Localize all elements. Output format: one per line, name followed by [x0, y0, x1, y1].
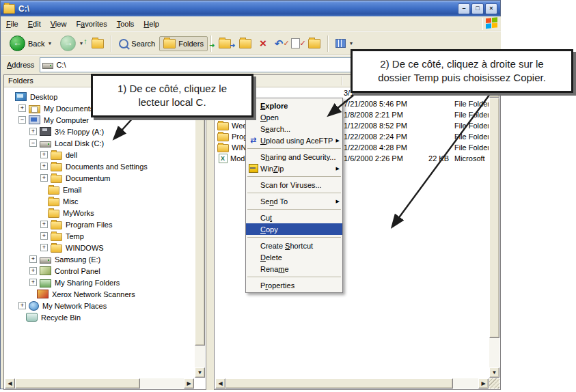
search-button[interactable]: Search	[115, 36, 159, 51]
tree-item-xerox-network-scanners[interactable]: Xerox Network Scanners	[5, 288, 194, 300]
menu-separator	[247, 237, 341, 238]
list-horizontal-scrollbar[interactable]: ◀ ▶	[215, 378, 489, 389]
expand-icon[interactable]: +	[29, 267, 37, 275]
tree-item-program-files[interactable]: +Program Files	[5, 219, 194, 230]
context-item-explore[interactable]: Explore	[246, 100, 342, 111]
tree-item-my-sharing-folders[interactable]: +My Sharing Folders	[5, 277, 194, 288]
menu-file[interactable]: File	[1, 17, 23, 31]
context-item-scan-for-viruses[interactable]: Scan for Viruses...	[246, 179, 342, 191]
views-dropdown-icon[interactable]: ▼	[348, 41, 353, 46]
menu-tools[interactable]: Tools	[112, 17, 139, 31]
scroll-down-icon[interactable]: ▼	[489, 367, 499, 378]
list-hscrollbar-thumb[interactable]	[225, 378, 453, 389]
list-scrollbar-thumb[interactable]	[489, 98, 499, 338]
column-divider[interactable]	[342, 76, 343, 85]
up-button[interactable]: ↑	[87, 36, 108, 51]
scroll-right-icon[interactable]: ▶	[184, 378, 194, 389]
tree-item-email[interactable]: Email	[5, 184, 194, 195]
tree-item-samsung-e[interactable]: +Samsung (E:)	[5, 253, 194, 265]
winzip-icon	[249, 164, 258, 173]
context-item-send-to[interactable]: Send To▶	[246, 195, 342, 207]
expand-icon[interactable]: +	[29, 279, 37, 286]
context-item-delete[interactable]: Delete	[246, 251, 342, 263]
views-button[interactable]: ▼	[331, 36, 357, 51]
submenu-arrow-icon: ▶	[336, 138, 340, 143]
tree-item-dell[interactable]: +dell	[5, 149, 194, 160]
context-item-cut[interactable]: Cut	[246, 212, 342, 223]
resize-grip[interactable]	[489, 378, 499, 389]
tree-item-temp[interactable]: +Temp	[5, 230, 194, 242]
menu-view[interactable]: View	[46, 17, 72, 31]
copy-to-button[interactable]: ➜	[235, 36, 256, 51]
expand-icon[interactable]: +	[18, 104, 26, 112]
pane-divider[interactable]	[206, 74, 214, 390]
delete-x-icon: ×	[260, 39, 266, 48]
tree-item-local-disk-c[interactable]: −Local Disk (C:)	[5, 137, 194, 149]
collapse-icon[interactable]: −	[18, 116, 26, 124]
context-item-create-shortcut[interactable]: Create Shortcut	[246, 240, 342, 251]
tree-item-control-panel[interactable]: +Control Panel	[5, 265, 194, 277]
folders-button[interactable]: Folders	[159, 36, 208, 51]
tree-item-3-floppy-a[interactable]: +3½ Floppy (A:)	[5, 126, 194, 137]
scroll-left-icon[interactable]: ◀	[5, 378, 15, 389]
context-item-search[interactable]: Search...	[246, 123, 342, 135]
tree-item-label: 3½ Floppy (A:)	[55, 128, 104, 136]
context-item-upload-using-aceftp[interactable]: ⇄Upload using AceFTP▶	[246, 135, 342, 146]
maximize-button[interactable]: □	[471, 3, 484, 14]
tree-item-documents-and-settings[interactable]: +Documents and Settings	[5, 160, 194, 172]
forward-dropdown-icon[interactable]: ▼	[79, 41, 83, 46]
tree-item-windows[interactable]: +WINDOWS	[5, 242, 194, 253]
title-bar[interactable]: C:\ – □ ×	[1, 1, 500, 16]
tree-hscrollbar-thumb[interactable]	[15, 378, 140, 389]
back-button[interactable]: ← Back ▼	[5, 33, 56, 54]
menu-edit[interactable]: Edit	[23, 17, 46, 31]
file-date: 1/6/2000 2:26 PM	[344, 154, 417, 163]
tree-item-recycle-bin[interactable]: Recycle Bin	[5, 311, 194, 323]
submenu-arrow-icon: ▶	[336, 199, 340, 204]
expand-icon[interactable]: +	[18, 302, 26, 309]
expand-icon[interactable]: +	[40, 244, 48, 251]
check-icon: ✓	[283, 39, 289, 48]
tree-item-my-network-places[interactable]: +My Network Places	[5, 300, 194, 311]
context-item-open[interactable]: Open	[246, 111, 342, 123]
scroll-right-icon[interactable]: ▶	[478, 378, 489, 389]
context-item-sharing-and-security[interactable]: Sharing and Security...	[246, 151, 342, 163]
context-item-winzip[interactable]: WinZip▶	[246, 163, 342, 174]
verify-folder-button[interactable]: ✓	[304, 36, 325, 51]
context-item-rename[interactable]: Rename	[246, 263, 342, 275]
collapse-icon[interactable]: −	[29, 139, 37, 147]
folders-icon	[163, 39, 176, 48]
tree-vertical-scrollbar[interactable]: ▲ ▼	[195, 87, 205, 378]
tree-item-myworks[interactable]: MyWorks	[5, 207, 194, 219]
expand-icon[interactable]: +	[29, 128, 37, 135]
tree-item-documentum[interactable]: +Documentum	[5, 172, 194, 184]
expand-icon[interactable]: +	[40, 163, 48, 170]
tree-item-label: Temp	[66, 232, 84, 240]
views-grid-icon	[335, 39, 346, 48]
back-dropdown-icon[interactable]: ▼	[47, 41, 52, 46]
expand-icon[interactable]: +	[40, 221, 48, 228]
tree-scrollbar-thumb[interactable]	[195, 98, 205, 346]
expand-icon[interactable]: +	[40, 151, 48, 158]
scroll-left-icon[interactable]: ◀	[215, 378, 225, 389]
network-places-icon	[29, 301, 39, 311]
file-type: File Folder	[454, 132, 489, 141]
expand-icon[interactable]: +	[40, 174, 48, 182]
expand-icon[interactable]: +	[40, 232, 48, 240]
minimize-button[interactable]: –	[458, 3, 470, 14]
context-item-copy[interactable]: Copy	[246, 223, 342, 235]
recycle-bin-icon	[26, 313, 38, 322]
menu-help[interactable]: Help	[139, 17, 164, 31]
close-button[interactable]: ×	[485, 3, 497, 14]
scroll-down-icon[interactable]: ▼	[195, 367, 205, 378]
folder-icon	[48, 186, 59, 195]
aceftp-icon: ⇄	[250, 136, 256, 145]
tree-item-misc[interactable]: Misc	[5, 195, 194, 207]
menu-favorites[interactable]: Favorites	[71, 17, 111, 31]
list-vertical-scrollbar[interactable]: ▲ ▼	[489, 87, 499, 378]
expand-icon[interactable]: +	[29, 255, 37, 263]
context-item-properties[interactable]: Properties	[246, 279, 342, 291]
tree-horizontal-scrollbar[interactable]: ◀ ▶	[5, 378, 194, 389]
file-date: 1/12/2008 8:52 PM	[344, 122, 417, 130]
delete-button[interactable]: ×	[256, 36, 271, 51]
